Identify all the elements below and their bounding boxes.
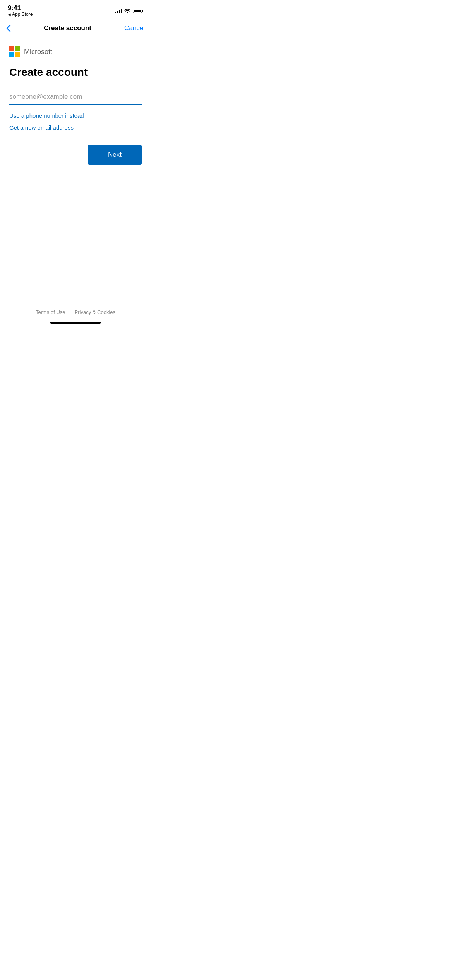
cancel-button[interactable]: Cancel (124, 24, 145, 32)
home-indicator (50, 322, 101, 324)
status-bar: 9:41 ◀ App Store (0, 0, 151, 19)
microsoft-logo-area: Microsoft (9, 46, 142, 57)
nav-bar: Create account Cancel (0, 19, 151, 39)
nav-title: Create account (44, 24, 91, 32)
microsoft-name: Microsoft (24, 48, 52, 56)
email-input-container (9, 90, 142, 105)
get-new-email-link[interactable]: Get a new email address (9, 124, 142, 131)
back-arrow-icon: ◀ (8, 12, 11, 17)
signal-icon (115, 9, 122, 13)
email-input[interactable] (9, 90, 142, 105)
status-time: 9:41 (8, 5, 21, 12)
footer: Terms of Use Privacy & Cookies (0, 309, 151, 315)
wifi-icon (124, 9, 130, 13)
terms-link[interactable]: Terms of Use (36, 309, 65, 315)
status-icons (115, 9, 143, 13)
status-left: 9:41 ◀ App Store (8, 5, 33, 17)
chevron-left-icon (6, 24, 11, 32)
privacy-link[interactable]: Privacy & Cookies (75, 309, 115, 315)
microsoft-logo-icon (9, 46, 20, 57)
main-content: Microsoft Create account Use a phone num… (0, 39, 151, 173)
page-heading: Create account (9, 66, 142, 79)
battery-icon (133, 9, 143, 13)
back-button[interactable] (6, 24, 11, 32)
next-button[interactable]: Next (88, 145, 142, 165)
status-store: ◀ App Store (8, 12, 33, 17)
use-phone-link[interactable]: Use a phone number instead (9, 112, 142, 119)
next-button-container: Next (9, 145, 142, 165)
